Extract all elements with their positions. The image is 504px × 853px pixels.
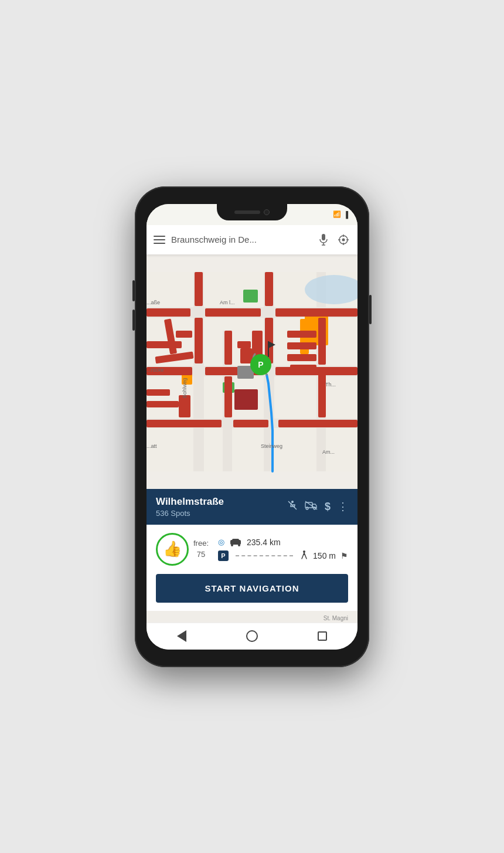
search-bar[interactable]: Braunschweig in De...	[147, 225, 357, 254]
svg-rect-76	[232, 539, 239, 542]
svg-rect-26	[275, 308, 357, 317]
svg-rect-50	[287, 342, 316, 349]
car-distance-row: ◎ 235.4 km	[218, 538, 348, 547]
svg-rect-36	[278, 420, 357, 427]
location-info: Wilhelmstraße 536 Spots	[156, 496, 224, 518]
bottom-peek-text: St. Magni	[323, 615, 348, 621]
svg-rect-24	[147, 308, 190, 317]
dashed-separator	[236, 555, 293, 556]
svg-rect-28	[265, 272, 273, 306]
wifi-icon: 📶	[333, 210, 341, 218]
map-view[interactable]: P Bohlweg Steinweg Th... Am... Am l... .…	[147, 254, 357, 489]
svg-text:Am...: Am...	[322, 449, 335, 455]
location-action-icons: $ ⋮	[287, 500, 348, 513]
search-input[interactable]: Braunschweig in De...	[171, 235, 311, 244]
parking-icon-badge: P	[218, 550, 229, 561]
svg-rect-35	[233, 420, 268, 427]
svg-rect-41	[176, 331, 192, 338]
volume-up-button[interactable]	[132, 280, 135, 301]
location-name: Wilhelmstraße	[156, 496, 224, 508]
target-icon: ◎	[218, 538, 224, 546]
gps-icon[interactable]	[336, 233, 350, 247]
phone-device: 📶 ▐ Braunschweig in De...	[135, 186, 369, 667]
recents-button[interactable]	[312, 626, 333, 647]
home-button[interactable]	[241, 626, 263, 647]
svg-text:...aße: ...aße	[147, 300, 160, 305]
walk-icon	[300, 550, 308, 561]
svg-rect-43	[147, 389, 170, 396]
svg-rect-40	[318, 372, 326, 417]
info-row: 👍 free: 75 ◎	[147, 525, 357, 574]
car-icon	[229, 538, 242, 546]
map-bottom-peek: St. Magni	[147, 611, 357, 623]
thumbs-up-icon: 👍	[163, 540, 182, 558]
power-button[interactable]	[369, 295, 372, 324]
svg-rect-18	[243, 290, 258, 303]
svg-text:Bohlweg: Bohlweg	[182, 378, 188, 398]
start-navigation-button[interactable]: START NAVIGATION	[156, 574, 348, 603]
hamburger-menu-icon[interactable]	[154, 236, 165, 244]
phone-screen: 📶 ▐ Braunschweig in De...	[147, 204, 357, 650]
flag-destination-icon: ⚑	[340, 551, 348, 560]
microphone-icon[interactable]	[316, 233, 331, 247]
more-options-icon[interactable]: ⋮	[338, 500, 348, 513]
svg-rect-27	[195, 272, 203, 306]
battery-icon: ▐	[343, 211, 348, 218]
svg-point-78	[238, 544, 240, 546]
svg-point-69	[291, 501, 294, 503]
svg-rect-52	[290, 365, 316, 371]
svg-text:...rücke: ...rücke	[147, 367, 164, 373]
svg-point-72	[306, 507, 308, 509]
paid-parking-icon: $	[325, 501, 331, 513]
volume-down-button[interactable]	[132, 310, 135, 331]
svg-text:...att: ...att	[147, 443, 157, 449]
svg-rect-25	[205, 308, 261, 317]
svg-rect-48	[240, 348, 252, 363]
svg-rect-29	[195, 318, 203, 363]
walk-distance-row: P 150 m ⚑	[218, 550, 348, 561]
svg-rect-42	[147, 341, 182, 348]
svg-rect-49	[287, 331, 316, 338]
notch	[217, 204, 287, 220]
svg-rect-47	[237, 341, 251, 348]
svg-rect-51	[287, 354, 316, 361]
svg-rect-44	[147, 401, 179, 407]
free-count-label: free: 75	[193, 538, 209, 559]
wheelchair-disabled-icon	[287, 500, 298, 513]
no-truck-icon	[305, 501, 318, 512]
distance-info: ◎ 235.4 km P	[218, 538, 348, 561]
svg-point-77	[231, 544, 233, 546]
svg-text:P: P	[258, 360, 263, 369]
front-camera	[264, 209, 270, 215]
location-header: Wilhelmstraße 536 Spots	[147, 489, 357, 525]
location-spots: 536 Spots	[156, 509, 224, 518]
svg-rect-37	[224, 376, 232, 417]
svg-text:Steinweg: Steinweg	[261, 443, 282, 449]
back-button[interactable]	[171, 626, 192, 647]
svg-text:Am l...: Am l...	[220, 300, 235, 305]
speaker	[234, 210, 260, 214]
svg-rect-39	[318, 318, 326, 365]
svg-rect-38	[224, 331, 232, 365]
system-navigation-bar	[147, 623, 357, 650]
walk-distance-text: 150 m	[313, 551, 336, 560]
svg-rect-55	[234, 389, 258, 410]
availability-indicator: 👍	[156, 533, 189, 566]
svg-rect-0	[322, 234, 325, 240]
bottom-panel: Wilhelmstraße 536 Spots	[147, 489, 357, 623]
system-icons: 📶 ▐	[333, 210, 348, 218]
svg-rect-34	[147, 420, 222, 427]
svg-point-4	[342, 238, 345, 241]
svg-text:Th...: Th...	[325, 382, 336, 388]
car-distance-text: 235.4 km	[247, 538, 281, 547]
